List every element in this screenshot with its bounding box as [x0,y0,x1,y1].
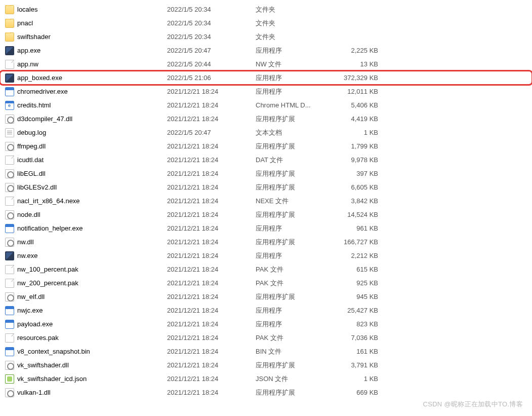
file-name-cell[interactable]: nw_elf.dll [5,292,167,301]
file-row[interactable]: pnacl2022/1/5 20:34文件夹 [0,16,532,30]
file-name-cell[interactable]: v8_context_snapshot.bin [5,347,167,356]
file-type: 文件夹 [256,19,332,28]
file-type: 应用程序扩展 [256,238,332,247]
file-row[interactable]: app.nw2022/1/5 20:44NW 文件13 KB [0,57,532,71]
file-name-cell[interactable]: swiftshader [5,32,167,42]
file-date: 2021/12/21 18:24 [167,293,256,300]
file-name-cell[interactable]: app_boxed.exe [5,73,167,83]
file-icon [5,279,14,288]
file-size: 13 KB [332,60,382,68]
file-name-cell[interactable]: debug.log [5,128,167,137]
file-name-cell[interactable]: credits.html [5,101,167,110]
file-name-cell[interactable]: vk_swiftshader.dll [5,361,167,370]
file-row[interactable]: vulkan-1.dll2021/12/21 18:24应用程序扩展669 KB [0,386,532,399]
file-row[interactable]: locales2022/1/5 20:34文件夹 [0,3,532,16]
file-icon [5,333,14,343]
file-name-cell[interactable]: vulkan-1.dll [5,388,167,397]
file-date: 2021/12/21 18:24 [167,266,256,273]
file-name-cell[interactable]: nw.exe [5,251,167,260]
file-size: 161 KB [332,348,382,355]
file-row[interactable]: node.dll2021/12/21 18:24应用程序扩展14,524 KB [0,208,532,221]
file-name-cell[interactable]: resources.pak [5,333,167,343]
file-icon [5,197,14,206]
file-date: 2021/12/21 18:24 [167,361,256,369]
exe-win-icon [5,87,14,96]
file-date: 2021/12/21 18:24 [167,224,256,232]
file-name-cell[interactable]: vk_swiftshader_icd.json [5,374,167,384]
file-type: 文本文档 [256,128,332,137]
file-date: 2021/12/21 18:24 [167,142,256,150]
file-name: vk_swiftshader.dll [17,361,69,369]
file-type: 应用程序扩展 [256,169,332,178]
file-row[interactable]: v8_context_snapshot.bin2021/12/21 18:24B… [0,345,532,358]
file-row[interactable]: credits.html2021/12/21 18:24Chrome HTML … [0,98,532,112]
file-row[interactable]: vk_swiftshader.dll2021/12/21 18:24应用程序扩展… [0,358,532,372]
file-name-cell[interactable]: chromedriver.exe [5,87,167,96]
file-row[interactable]: nwjc.exe2021/12/21 18:24应用程序25,427 KB [0,304,532,317]
file-name-cell[interactable]: app.nw [5,60,167,69]
file-date: 2022/1/5 20:47 [167,129,256,136]
file-row[interactable]: swiftshader2022/1/5 20:34文件夹 [0,30,532,44]
file-name: app.exe [17,47,40,54]
file-date: 2021/12/21 18:24 [167,115,256,123]
file-name-cell[interactable]: libGLESv2.dll [5,183,167,192]
file-size: 3,842 KB [332,197,382,205]
file-name-cell[interactable]: libEGL.dll [5,169,167,178]
file-name-cell[interactable]: app.exe [5,46,167,55]
file-name: icudtl.dat [17,156,44,164]
file-name-cell[interactable]: locales [5,5,167,14]
file-row[interactable]: app_boxed.exe2022/1/5 21:06应用程序372,329 K… [0,71,532,85]
file-row[interactable]: app.exe2022/1/5 20:47应用程序2,225 KB [0,44,532,57]
file-row[interactable]: icudtl.dat2021/12/21 18:24DAT 文件9,978 KB [0,153,532,167]
file-size: 5,406 KB [332,101,382,109]
file-name-cell[interactable]: nacl_irt_x86_64.nexe [5,197,167,206]
file-name-cell[interactable]: node.dll [5,210,167,219]
file-name: nw.exe [17,252,37,259]
file-row[interactable]: chromedriver.exe2021/12/21 18:24应用程序12,0… [0,85,532,98]
file-size: 12,011 KB [332,88,382,95]
file-row[interactable]: libEGL.dll2021/12/21 18:24应用程序扩展397 KB [0,167,532,180]
file-type: 应用程序 [256,46,332,55]
file-type: 应用程序 [256,87,332,96]
file-row[interactable]: nw_100_percent.pak2021/12/21 18:24PAK 文件… [0,262,532,276]
file-date: 2021/12/21 18:24 [167,170,256,177]
file-row[interactable]: libGLESv2.dll2021/12/21 18:24应用程序扩展6,605… [0,180,532,194]
file-name-cell[interactable]: nw.dll [5,238,167,247]
file-row[interactable]: payload.exe2021/12/21 18:24应用程序823 KB [0,317,532,331]
file-row[interactable]: vk_swiftshader_icd.json2021/12/21 18:24J… [0,372,532,386]
file-row[interactable]: d3dcompiler_47.dll2021/12/21 18:24应用程序扩展… [0,112,532,126]
file-row[interactable]: debug.log2022/1/5 20:47文本文档1 KB [0,126,532,139]
file-name: nw_200_percent.pak [17,279,78,287]
file-name: vulkan-1.dll [17,389,51,396]
file-row[interactable]: ffmpeg.dll2021/12/21 18:24应用程序扩展1,799 KB [0,139,532,153]
file-size: 823 KB [332,320,382,328]
file-name-cell[interactable]: icudtl.dat [5,156,167,165]
file-name-cell[interactable]: payload.exe [5,320,167,329]
file-date: 2021/12/21 18:24 [167,252,256,259]
exe-win-icon [5,347,14,356]
file-row[interactable]: resources.pak2021/12/21 18:24PAK 文件7,036… [0,331,532,345]
file-date: 2022/1/5 20:47 [167,47,256,54]
file-row[interactable]: notification_helper.exe2021/12/21 18:24应… [0,221,532,235]
file-date: 2021/12/21 18:24 [167,320,256,328]
dll-icon [5,183,14,192]
file-row[interactable]: nw.exe2021/12/21 18:24应用程序2,212 KB [0,249,532,262]
file-name-cell[interactable]: d3dcompiler_47.dll [5,115,167,124]
file-row[interactable]: nw.dll2021/12/21 18:24应用程序扩展166,727 KB [0,235,532,249]
file-name: app.nw [17,60,38,68]
file-name-cell[interactable]: nwjc.exe [5,306,167,315]
file-date: 2021/12/21 18:24 [167,197,256,205]
dll-icon [5,388,14,397]
file-row[interactable]: nacl_irt_x86_64.nexe2021/12/21 18:24NEXE… [0,194,532,208]
file-name-cell[interactable]: ffmpeg.dll [5,142,167,151]
file-name-cell[interactable]: pnacl [5,19,167,28]
file-icon [5,265,14,274]
file-name-cell[interactable]: notification_helper.exe [5,224,167,233]
file-row[interactable]: nw_elf.dll2021/12/21 18:24应用程序扩展945 KB [0,290,532,304]
file-type: NW 文件 [256,60,332,69]
file-name-cell[interactable]: nw_100_percent.pak [5,265,167,274]
file-name-cell[interactable]: nw_200_percent.pak [5,279,167,288]
exe-win-icon [5,224,14,233]
file-name: nw.dll [17,238,34,246]
file-row[interactable]: nw_200_percent.pak2021/12/21 18:24PAK 文件… [0,276,532,290]
